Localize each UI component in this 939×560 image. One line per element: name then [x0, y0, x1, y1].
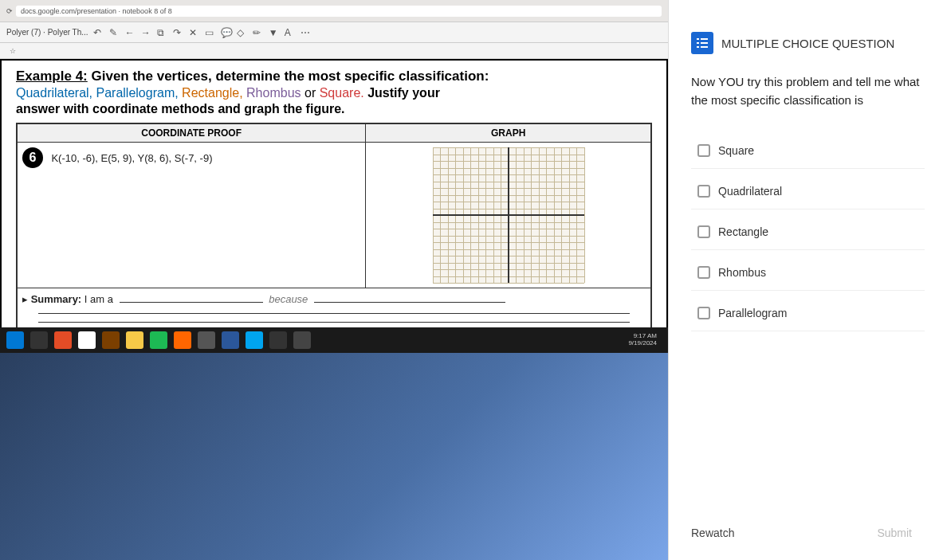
settings-icon[interactable] — [198, 331, 215, 349]
coordinate-grid: // grid drawn after — [433, 147, 584, 283]
copy-icon[interactable]: ⧉ — [157, 27, 168, 38]
presentation-pane: ⟳ docs.google.com/presentation · noteboo… — [0, 0, 668, 560]
svg-rect-0 — [697, 38, 699, 40]
option-rhombus[interactable]: Rhombus — [691, 255, 925, 291]
star-icon[interactable]: ☆ — [10, 47, 16, 55]
windows-taskbar[interactable]: 9:17 AM 9/19/2024 — [0, 327, 668, 353]
desktop-wallpaper — [0, 353, 668, 560]
coord-cell: 6 K(-10, -6), E(5, 9), Y(8, 6), S(-7, -9… — [17, 143, 366, 288]
checkbox-icon — [697, 307, 710, 319]
svg-rect-2 — [697, 42, 699, 44]
start-icon[interactable] — [6, 331, 24, 349]
app2-icon[interactable] — [102, 331, 120, 349]
answer-list: Square Quadrilateral Rectangle Rhombus P… — [691, 133, 925, 331]
app3-icon[interactable] — [269, 331, 287, 349]
col-coordinate-proof: COORDINATE PROOF — [17, 123, 366, 143]
checkbox-icon — [697, 144, 710, 157]
proof-table: COORDINATE PROOF GRAPH 6 K(-10, -6), E(5… — [16, 123, 652, 329]
option-square[interactable]: Square — [691, 133, 925, 169]
option-parallelogram[interactable]: Parallelogram — [691, 296, 925, 331]
option-rectangle[interactable]: Rectangle — [691, 214, 925, 250]
justify-note: answer with coordinate methods and graph… — [16, 102, 652, 116]
text-icon[interactable]: A — [285, 27, 296, 38]
arrow-left-icon[interactable]: ← — [125, 27, 136, 38]
browser-bar: ⟳ docs.google.com/presentation · noteboo… — [0, 0, 668, 22]
search-icon[interactable] — [30, 331, 48, 349]
col-graph: GRAPH — [366, 123, 651, 143]
arrow-right-icon[interactable]: → — [141, 27, 152, 38]
word-icon[interactable] — [222, 331, 239, 349]
undo-icon[interactable]: ↶ — [93, 27, 104, 38]
url-bar[interactable]: docs.google.com/presentation · notebook … — [16, 6, 662, 17]
checkbox-icon — [697, 225, 710, 238]
summary-row: ▸ Summary: I am a because — [17, 288, 651, 329]
present-icon[interactable]: ▭ — [205, 27, 216, 38]
question-header: MULTIPLE CHOICE QUESTION — [691, 32, 925, 54]
question-panel: MULTIPLE CHOICE QUESTION Now YOU try thi… — [668, 0, 939, 560]
slide-frame: Example 4: Given the vertices, determine… — [0, 59, 668, 342]
vertex-coords: K(-10, -6), E(5, 9), Y(8, 6), S(-7, -9) — [51, 152, 212, 164]
redo-icon[interactable]: ↷ — [173, 27, 184, 38]
eraser-icon[interactable]: ◇ — [237, 27, 248, 38]
marker-icon[interactable]: ▼ — [269, 27, 280, 38]
spotify-icon[interactable] — [150, 331, 167, 349]
example-heading: Example 4: Given the vertices, determine… — [16, 69, 652, 84]
pen-icon[interactable]: ✎ — [109, 27, 120, 38]
highlight-icon[interactable]: ✏ — [253, 27, 264, 38]
graph-cell: // grid drawn after — [366, 143, 651, 288]
firefox-icon[interactable] — [174, 331, 191, 349]
folder-icon[interactable] — [126, 331, 143, 349]
comment-icon[interactable]: 💬 — [221, 27, 232, 38]
rewatch-button[interactable]: Rewatch — [691, 527, 734, 539]
shape-list: Quadrilateral, Parallelogram, Rectangle,… — [16, 86, 652, 100]
option-quadrilateral[interactable]: Quadrilateral — [691, 174, 925, 210]
more-icon[interactable]: ⋯ — [301, 27, 312, 38]
svg-rect-1 — [701, 38, 708, 40]
problem-number-badge: 6 — [22, 147, 43, 168]
question-footer: Rewatch Submit — [691, 507, 925, 546]
submit-button[interactable]: Submit — [864, 520, 925, 546]
chrome-icon[interactable] — [78, 331, 96, 349]
svg-rect-5 — [701, 46, 708, 48]
svg-rect-4 — [697, 46, 699, 48]
app4-icon[interactable] — [293, 331, 311, 349]
slide-content: Example 4: Given the vertices, determine… — [2, 61, 666, 340]
question-type-label: MULTIPLE CHOICE QUESTION — [721, 37, 894, 50]
question-prompt: Now YOU try this problem and tell me wha… — [691, 73, 925, 109]
reload-icon[interactable]: ⟳ — [6, 7, 13, 15]
checkbox-icon — [697, 185, 710, 198]
list-icon — [691, 32, 713, 54]
app-icon[interactable] — [54, 331, 72, 349]
close-icon[interactable]: ✕ — [189, 27, 200, 38]
edge-icon[interactable] — [246, 331, 263, 349]
option-label: Square — [718, 144, 754, 157]
checkbox-icon — [697, 266, 710, 279]
svg-rect-3 — [701, 42, 708, 44]
doc-toolbar: Polyer (7) · Polyer Th... ↶ ✎ ← → ⧉ ↷ ✕ … — [0, 22, 668, 43]
doc-title: Polyer (7) · Polyer Th... — [6, 28, 88, 37]
option-label: Quadrilateral — [718, 185, 782, 198]
option-label: Parallelogram — [718, 307, 787, 319]
secondary-ribbon: ☆ — [0, 43, 668, 59]
option-label: Rectangle — [718, 225, 768, 238]
option-label: Rhombus — [718, 266, 766, 279]
taskbar-clock[interactable]: 9:17 AM 9/19/2024 — [628, 333, 662, 347]
